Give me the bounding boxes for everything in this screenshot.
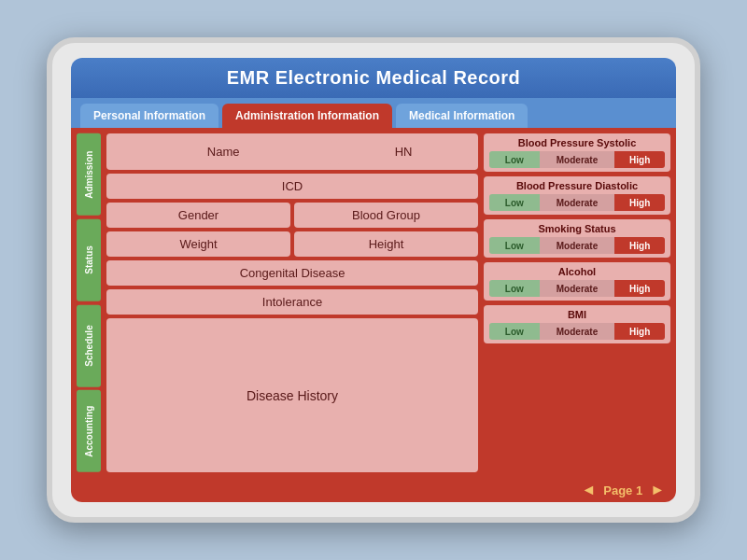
next-page-button[interactable]: ► <box>650 482 665 498</box>
gender-blood-row: Gender Blood Group <box>106 203 478 228</box>
bmi-indicator: BMI Low Moderate High <box>484 305 670 343</box>
center-panel: Name HN ICD Gender Blood Group <box>106 133 478 472</box>
smoking-low[interactable]: Low <box>489 237 540 254</box>
smoking-label: Smoking Status <box>489 223 665 234</box>
app-title: EMR Electronic Medical Record <box>227 67 521 88</box>
bp-diastolic-bar: Low Moderate High <box>489 194 665 211</box>
weight-field[interactable]: Weight <box>106 231 290 257</box>
alcohol-low[interactable]: Low <box>489 280 540 297</box>
prev-page-button[interactable]: ◄ <box>581 482 596 498</box>
disease-history-field[interactable]: Disease History <box>106 318 478 472</box>
weight-height-row: Weight Height <box>106 231 478 257</box>
bp-systolic-low[interactable]: Low <box>489 151 540 168</box>
name-hn-row: Name HN <box>106 133 478 170</box>
icd-field[interactable]: ICD <box>106 174 478 199</box>
bp-diastolic-label: Blood Pressure Diastolic <box>489 180 665 191</box>
sidebar-item-schedule[interactable]: Schedule <box>77 305 101 387</box>
alcohol-indicator: Alcohol Low Moderate High <box>484 262 670 301</box>
alcohol-moderate[interactable]: Moderate <box>540 280 615 297</box>
bp-systolic-high[interactable]: High <box>614 151 665 168</box>
right-panel: Blood Pressure Systolic Low Moderate Hig… <box>484 133 670 472</box>
smoking-high[interactable]: High <box>614 237 665 254</box>
page-indicator: Page 1 <box>603 483 642 497</box>
app-header: EMR Electronic Medical Record <box>71 58 676 98</box>
smoking-bar: Low Moderate High <box>489 237 665 254</box>
bp-systolic-moderate[interactable]: Moderate <box>540 151 615 168</box>
intolerance-field[interactable]: Intolerance <box>106 289 478 315</box>
footer: ◄ Page 1 ► <box>71 478 676 502</box>
bmi-moderate[interactable]: Moderate <box>540 323 615 340</box>
smoking-indicator: Smoking Status Low Moderate High <box>484 219 670 258</box>
bp-systolic-indicator: Blood Pressure Systolic Low Moderate Hig… <box>484 133 670 172</box>
bp-systolic-label: Blood Pressure Systolic <box>489 137 665 148</box>
sidebar-item-admission[interactable]: Admission <box>77 133 101 216</box>
bp-diastolic-indicator: Blood Pressure Diastolic Low Moderate Hi… <box>484 176 670 215</box>
congenital-disease-field[interactable]: Congenital Disease <box>106 260 478 286</box>
screen: EMR Electronic Medical Record Personal I… <box>71 58 676 502</box>
bp-diastolic-moderate[interactable]: Moderate <box>540 194 615 211</box>
bp-systolic-bar: Low Moderate High <box>489 151 665 168</box>
sidebar-item-accounting[interactable]: Accounting <box>77 390 101 472</box>
sidebar-item-status[interactable]: Status <box>77 219 101 301</box>
alcohol-high[interactable]: High <box>614 280 665 297</box>
blood-group-field[interactable]: Blood Group <box>294 203 478 228</box>
name-field[interactable]: Name <box>114 139 332 164</box>
alcohol-label: Alcohol <box>489 266 665 277</box>
alcohol-bar: Low Moderate High <box>489 280 665 297</box>
smoking-moderate[interactable]: Moderate <box>540 237 615 254</box>
tab-medical[interactable]: Medical Information <box>396 104 528 128</box>
sidebar: Admission Status Schedule Accounting <box>77 133 101 472</box>
tab-bar: Personal Information Administration Info… <box>71 98 676 128</box>
bmi-label: BMI <box>489 309 665 320</box>
tab-personal[interactable]: Personal Information <box>80 104 218 128</box>
bp-diastolic-high[interactable]: High <box>614 194 665 211</box>
height-field[interactable]: Height <box>294 231 478 257</box>
bmi-high[interactable]: High <box>614 323 665 340</box>
tab-administration[interactable]: Administration Information <box>222 104 392 128</box>
gender-field[interactable]: Gender <box>106 203 290 228</box>
main-content: Admission Status Schedule Accounting Nam… <box>71 128 676 478</box>
tablet-frame: EMR Electronic Medical Record Personal I… <box>47 37 700 523</box>
bmi-bar: Low Moderate High <box>489 323 665 340</box>
bmi-low[interactable]: Low <box>489 323 540 340</box>
hn-field[interactable]: HN <box>336 139 471 164</box>
bp-diastolic-low[interactable]: Low <box>489 194 540 211</box>
